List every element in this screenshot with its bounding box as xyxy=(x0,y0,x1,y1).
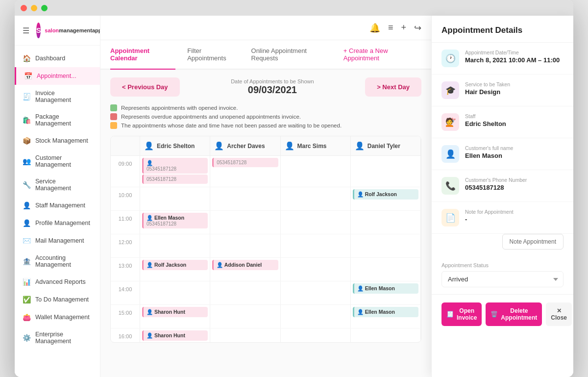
time-label-1400: 14:00 xyxy=(111,281,140,304)
tab-appointment-calendar[interactable]: Appointment Calendar xyxy=(110,40,175,69)
service-value: Hair Design xyxy=(465,88,564,96)
time-label-1200: 12:00 xyxy=(111,234,140,257)
time-row-1300: 13:00 👤 Rolf Jackson 👤 Addison Daniel xyxy=(111,258,421,281)
sidebar-item-appointments[interactable]: 📅 Appointment... xyxy=(15,67,100,85)
sidebar-item-service[interactable]: 🔧 Service Management xyxy=(15,173,100,197)
detail-row-phone: 📞 Customer's Phone Number 05345187128 xyxy=(432,170,573,202)
sidebar-item-label: Customer Management xyxy=(35,154,92,168)
appt-cell-daniel-0900 xyxy=(351,156,421,187)
staff-icon: 👤 xyxy=(23,201,30,209)
details-actions: 🧾 Open Invoice 🗑️ Delete Appointment ✕ C… xyxy=(432,295,573,334)
previous-day-button[interactable]: < Previous Day xyxy=(110,77,180,97)
clock-icon: 🕐 xyxy=(441,50,459,67)
time-row-1000: 10:00 👤 Rolf Jackson xyxy=(111,187,421,211)
top-header: 🔔 ≡ + ↪ xyxy=(100,16,431,40)
staff-column-marc: 👤 Marc Sims xyxy=(281,136,351,155)
tab-online-requests[interactable]: Online Appointment Requests xyxy=(251,40,332,69)
home-icon: 🏠 xyxy=(23,54,30,62)
logout-icon[interactable]: ↪ xyxy=(414,23,421,33)
appointment-block[interactable]: 05345187128 xyxy=(212,158,278,167)
minimize-window-btn[interactable] xyxy=(31,5,37,11)
sidebar-item-stock[interactable]: 📦 Stock Management xyxy=(15,132,100,150)
phone-icon: 📞 xyxy=(441,177,459,195)
sidebar-item-label: Advanced Reports xyxy=(35,278,86,285)
sidebar-item-label: Accounting Management xyxy=(35,254,92,268)
sidebar-item-label: Invoice Management xyxy=(35,90,92,103)
note-appointment-section: Note Appointment xyxy=(432,234,573,255)
sidebar-item-staff[interactable]: 👤 Staff Management xyxy=(15,197,100,214)
sidebar-item-reports[interactable]: 📊 Advanced Reports xyxy=(15,273,100,291)
time-label-0900: 09:00 xyxy=(111,156,140,187)
time-label-1500: 15:00 xyxy=(111,305,140,328)
staff-column-edric: 👤 Edric Shelton xyxy=(140,136,210,155)
close-window-btn[interactable] xyxy=(21,5,27,11)
day-navigation: < Previous Day Date of Appointments to b… xyxy=(110,77,421,97)
date-label: Date of Appointments to be Shown xyxy=(231,78,314,84)
appointment-status-select[interactable]: Arrived xyxy=(441,271,564,287)
list-icon[interactable]: ≡ xyxy=(388,23,393,33)
appt-cell-archer-1200 xyxy=(210,234,280,257)
time-label-1300: 13:00 xyxy=(111,258,140,281)
datetime-label: Appointment Date/Time xyxy=(465,50,564,55)
sidebar-item-enterprise[interactable]: ⚙️ Enterprise Management xyxy=(15,326,100,350)
delete-appointment-button[interactable]: 🗑️ Delete Appointment xyxy=(486,302,542,326)
appt-cell-archer-1000 xyxy=(210,187,280,210)
staff-avatar-icon: 👤 xyxy=(144,141,154,151)
detail-row-customer-name: 👤 Customer's full name Ellen Mason xyxy=(432,138,573,170)
next-day-button[interactable]: > Next Day xyxy=(365,77,421,97)
sidebar-item-package[interactable]: 🛍️ Package Management xyxy=(15,108,100,132)
sidebar-item-wallet[interactable]: 👛 Wallet Management xyxy=(15,308,100,326)
appt-cell-edric-1400 xyxy=(140,281,210,304)
appt-cell-daniel-1600 xyxy=(351,328,421,342)
appointment-block[interactable]: 👤 Addison Daniel xyxy=(212,260,278,270)
sidebar-item-todo[interactable]: ✅ To Do Management xyxy=(15,291,100,308)
appointment-block[interactable]: 👤 Ellen Mason xyxy=(353,283,418,294)
appt-cell-archer-1100 xyxy=(210,211,280,234)
sidebar-item-label: Service Management xyxy=(35,178,92,192)
appointment-block[interactable]: 👤 Sharon Hunt xyxy=(142,330,208,341)
sidebar-item-label: Staff Management xyxy=(35,202,85,209)
tab-filter-appointments[interactable]: Filter Appointments xyxy=(187,40,239,69)
appt-cell-archer-1500 xyxy=(210,305,280,328)
calendar-legend: Represents appointments with opened invo… xyxy=(110,104,421,129)
appointment-block[interactable]: 👤 Sharon Hunt xyxy=(142,307,208,317)
appt-cell-edric-0900: 👤 05345187128 05345187128 xyxy=(140,156,210,187)
datetime-value: March 8, 2021 10:00 AM – 11:00 xyxy=(465,56,564,64)
appt-cell-archer-0900: 05345187128 xyxy=(210,156,280,187)
add-icon[interactable]: + xyxy=(401,23,406,33)
appointment-block[interactable]: 👤 05345187128 xyxy=(142,158,208,174)
customer-icon: 👤 xyxy=(441,145,459,163)
note-value: - xyxy=(465,216,564,223)
sidebar-item-mail[interactable]: ✉️ Mail Management xyxy=(15,232,100,250)
appointment-block[interactable]: 👤 Ellen Mason xyxy=(353,307,418,317)
appt-cell-archer-1300: 👤 Addison Daniel xyxy=(210,258,280,281)
calendar-grid-header: 👤 Edric Shelton 👤 Archer Daves 👤 Marc Si… xyxy=(111,136,421,156)
hamburger-icon[interactable]: ☰ xyxy=(23,26,29,35)
appointment-block[interactable]: 05345187128 xyxy=(142,175,208,184)
note-appointment-button[interactable]: Note Appointment xyxy=(502,234,564,250)
appointment-block[interactable]: 👤 Rolf Jackson xyxy=(142,260,208,270)
appt-cell-marc-0900 xyxy=(281,156,351,187)
note-label: Note for Appointment xyxy=(465,209,564,215)
close-details-button[interactable]: ✕ Close xyxy=(546,302,572,326)
sidebar-item-accounting[interactable]: 🏦 Accounting Management xyxy=(15,250,100,273)
notification-bell-icon[interactable]: 🔔 xyxy=(369,23,380,33)
sidebar-item-invoice[interactable]: 🧾 Invoice Management xyxy=(15,85,100,108)
appointment-block[interactable]: 👤 Rolf Jackson xyxy=(353,189,418,200)
sidebar-item-customer[interactable]: 👥 Customer Management xyxy=(15,150,100,173)
open-invoice-button[interactable]: 🧾 Open Invoice xyxy=(441,302,482,326)
detail-row-datetime: 🕐 Appointment Date/Time March 8, 2021 10… xyxy=(432,43,573,75)
reports-icon: 📊 xyxy=(23,278,30,286)
staff-avatar-icon: 👤 xyxy=(355,141,365,151)
sidebar-item-dashboard[interactable]: 🏠 Dashboard xyxy=(15,50,100,67)
mail-icon: ✉️ xyxy=(23,237,30,245)
time-row-1200: 12:00 xyxy=(111,234,421,258)
appointment-block[interactable]: 👤 Ellen Mason 05345187128 xyxy=(142,213,208,228)
date-value: 09/03/2021 xyxy=(231,84,314,96)
sidebar-item-label: Wallet Management xyxy=(35,314,90,321)
sidebar-item-profile[interactable]: 👤 Profile Management xyxy=(15,214,100,232)
appt-cell-marc-1300 xyxy=(281,258,351,281)
sidebar-header: ☰ S salonmanagementapp xyxy=(15,16,100,46)
maximize-window-btn[interactable] xyxy=(41,5,48,11)
tab-create-appointment[interactable]: + Create a New Appointment xyxy=(343,40,421,69)
